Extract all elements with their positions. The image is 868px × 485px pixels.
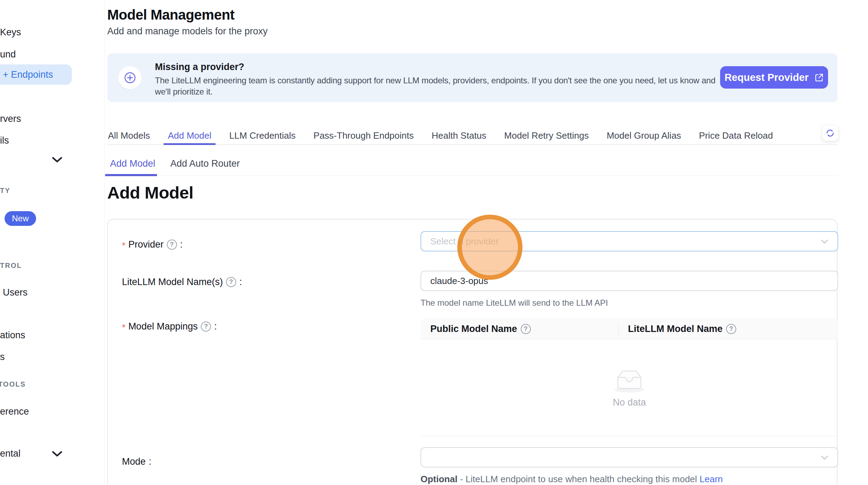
provider-placeholder: Select a provider — [430, 236, 499, 247]
model-name-label: LiteLLM Model Name(s) ? : — [122, 277, 242, 287]
request-provider-label: Request Provider — [724, 72, 808, 83]
sidebar-item-organizations[interactable]: ations — [0, 330, 25, 341]
request-provider-button[interactable]: Request Provider — [720, 66, 828, 89]
provider-label: * Provider ? : — [122, 239, 183, 250]
mode-select[interactable] — [421, 447, 838, 467]
sidebar-item-playground[interactable]: und — [0, 49, 16, 60]
provider-label-text: Provider — [128, 239, 164, 250]
sidebar-item-models-endpoints[interactable]: + Endpoints — [0, 64, 72, 85]
sidebar-section-label: TOOLS — [0, 380, 26, 388]
refresh-button[interactable] — [822, 125, 839, 141]
label-colon: : — [239, 277, 242, 287]
help-icon[interactable]: ? — [521, 324, 531, 334]
label-colon: : — [180, 239, 183, 250]
column-divider — [618, 323, 618, 335]
required-asterisk: * — [122, 240, 125, 251]
banner-body-line1: The LiteLLM engineering team is constant… — [155, 76, 716, 85]
label-colon: : — [214, 321, 217, 332]
chevron-down-icon — [821, 239, 828, 244]
page-title: Model Management — [107, 7, 234, 23]
subtab-active-underline — [105, 174, 157, 176]
chevron-down-icon — [821, 455, 828, 460]
help-icon[interactable]: ? — [167, 240, 177, 250]
subtab-add-auto-router[interactable]: Add Auto Router — [170, 158, 240, 169]
chevron-down-icon[interactable] — [52, 156, 63, 163]
model-name-input[interactable]: claude-3-opus — [421, 271, 838, 291]
banner-body-line2: we'll prioritize it. — [155, 87, 213, 97]
required-asterisk: * — [122, 322, 125, 333]
sidebar-item-teams[interactable]: s — [0, 352, 5, 362]
mode-label: Mode : — [122, 456, 151, 467]
empty-inbox-icon — [613, 367, 646, 394]
column-label: Public Model Name — [430, 324, 517, 334]
sidebar: Keys und + Endpoints rvers ils TY New TR… — [0, 0, 104, 485]
add-model-heading: Add Model — [107, 183, 193, 202]
chevron-down-icon[interactable] — [52, 450, 63, 457]
sidebar-item-reference[interactable]: erence — [0, 406, 29, 417]
mode-helper-text: - LiteLLM endpoint to use when health ch… — [457, 474, 699, 484]
learn-link[interactable]: Learn — [699, 474, 723, 484]
table-empty-state: No data — [421, 339, 838, 436]
tab-all-models[interactable]: All Models — [107, 127, 151, 144]
model-mappings-label: * Model Mappings ? : — [122, 321, 217, 332]
page-subtitle: Add and manage models for the proxy — [107, 26, 268, 37]
sidebar-section-label: TROL — [0, 262, 22, 270]
tab-model-retry-settings[interactable]: Model Retry Settings — [504, 127, 589, 144]
tab-price-data-reload[interactable]: Price Data Reload — [698, 127, 774, 144]
sidebar-section-label: TY — [0, 187, 11, 195]
help-icon[interactable]: ? — [201, 321, 211, 332]
external-link-icon — [814, 73, 824, 82]
missing-provider-banner: Missing a provider? The LiteLLM engineer… — [107, 53, 838, 102]
add-model-form-card: * Provider ? : Select a provider LiteLLM… — [107, 219, 838, 485]
banner-title: Missing a provider? — [155, 62, 244, 72]
model-mappings-label-text: Model Mappings — [128, 321, 198, 332]
help-icon[interactable]: ? — [226, 277, 236, 287]
provider-select[interactable]: Select a provider — [421, 231, 838, 251]
sidebar-item-users[interactable]: Users — [3, 287, 28, 298]
sidebar-item-label: + Endpoints — [3, 69, 53, 80]
tab-add-model[interactable]: Add Model — [167, 127, 212, 144]
sidebar-item-keys[interactable]: Keys — [0, 27, 21, 38]
mode-label-text: Mode — [122, 456, 146, 467]
no-data-text: No data — [613, 397, 646, 408]
column-label: LiteLLM Model Name — [628, 324, 723, 334]
column-public-model-name: Public Model Name ? — [421, 319, 618, 339]
tab-llm-credentials[interactable]: LLM Credentials — [228, 127, 296, 144]
refresh-icon — [825, 128, 835, 138]
main-content: Model Management Add and manage models f… — [107, 0, 838, 485]
new-badge[interactable]: New — [5, 211, 36, 226]
sidebar-item-guardrails[interactable]: ils — [0, 135, 9, 146]
table-header: Public Model Name ? LiteLLM Model Name ? — [421, 319, 838, 339]
help-icon[interactable]: ? — [726, 324, 736, 334]
sidebar-item-servers[interactable]: rvers — [0, 113, 21, 124]
model-tabs: All Models Add Model LLM Credentials Pas… — [107, 127, 838, 145]
plus-circle-icon — [118, 66, 142, 89]
model-name-helper: The model name LiteLLM will send to the … — [421, 298, 608, 308]
mode-helper-bold: Optional — [421, 474, 457, 484]
subtab-divider — [107, 175, 838, 175]
tab-health-status[interactable]: Health Status — [431, 127, 487, 144]
label-colon: : — [149, 456, 152, 467]
subtab-add-model[interactable]: Add Model — [110, 158, 155, 169]
model-name-label-text: LiteLLM Model Name(s) — [122, 277, 223, 287]
tab-model-group-alias[interactable]: Model Group Alias — [606, 127, 682, 144]
sidebar-item-experimental[interactable]: ental — [0, 448, 21, 459]
column-litellm-model-name: LiteLLM Model Name ? — [618, 319, 736, 339]
tab-pass-through-endpoints[interactable]: Pass-Through Endpoints — [313, 127, 415, 144]
mode-helper: Optional - LiteLLM endpoint to use when … — [421, 474, 723, 485]
model-mappings-table: Public Model Name ? LiteLLM Model Name ?… — [421, 319, 838, 436]
model-name-value: claude-3-opus — [430, 276, 488, 286]
